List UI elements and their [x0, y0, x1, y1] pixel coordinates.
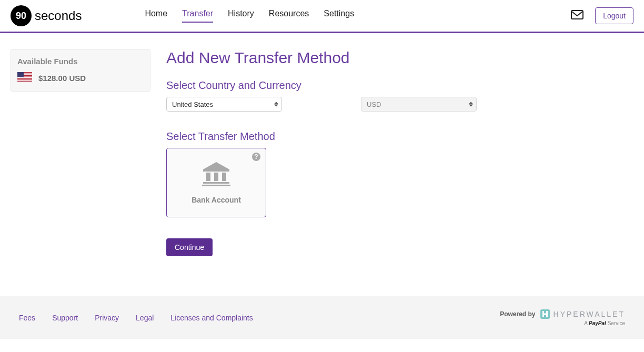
- svg-rect-14: [203, 182, 229, 184]
- bank-icon: [202, 161, 230, 188]
- nav-settings[interactable]: Settings: [324, 9, 354, 23]
- nav-home[interactable]: Home: [145, 9, 167, 23]
- powered-by-row: Powered by HYPERWALLET: [500, 309, 625, 319]
- svg-rect-13: [222, 173, 226, 181]
- section-transfer-method-title: Select Transfer Method: [166, 130, 633, 143]
- header-right: Logout: [571, 7, 633, 24]
- hyperwallet-logo: HYPERWALLET: [540, 309, 625, 319]
- page-body: Available Funds $128.00 USD: [0, 33, 644, 296]
- footer-link-licenses[interactable]: Licenses and Complaints: [170, 314, 253, 322]
- svg-rect-11: [206, 173, 210, 181]
- svg-rect-0: [571, 11, 583, 19]
- section-country-currency-title: Select Country and Currency: [166, 79, 633, 92]
- help-icon[interactable]: ?: [252, 153, 260, 161]
- svg-rect-6: [17, 79, 32, 79]
- country-select-wrap: United States: [166, 97, 282, 112]
- paypal-prefix: A: [584, 320, 589, 326]
- svg-rect-10: [203, 169, 229, 172]
- powered-by-block: Powered by HYPERWALLET A PayPal Service: [500, 309, 625, 326]
- footer-link-legal[interactable]: Legal: [136, 314, 154, 322]
- footer-link-privacy[interactable]: Privacy: [95, 314, 119, 322]
- svg-rect-8: [17, 72, 24, 77]
- paypal-suffix: Service: [606, 320, 625, 326]
- hyperwallet-icon: [540, 309, 550, 319]
- paypal-service-text: A PayPal Service: [584, 320, 625, 326]
- brand-logo[interactable]: 90 seconds: [11, 5, 82, 26]
- us-flag-icon: [17, 72, 32, 84]
- footer-link-support[interactable]: Support: [52, 314, 78, 322]
- transfer-method-label: Bank Account: [192, 196, 241, 204]
- svg-rect-15: [202, 185, 230, 186]
- mail-icon[interactable]: [571, 10, 583, 22]
- svg-rect-7: [17, 80, 32, 81]
- svg-rect-12: [214, 173, 218, 181]
- page-title: Add New Transfer Method: [166, 49, 633, 67]
- available-funds-card: Available Funds $128.00 USD: [11, 49, 150, 92]
- brand-name: seconds: [35, 8, 82, 23]
- hyperwallet-text: HYPERWALLET: [554, 310, 625, 318]
- nav-transfer[interactable]: Transfer: [182, 9, 213, 23]
- transfer-method-bank-account[interactable]: ? Bank Account: [166, 148, 266, 217]
- country-select[interactable]: United States: [166, 97, 282, 112]
- svg-marker-9: [203, 162, 229, 169]
- nav-history[interactable]: History: [228, 9, 254, 23]
- nav-resources[interactable]: Resources: [269, 9, 309, 23]
- sidebar: Available Funds $128.00 USD: [11, 49, 150, 265]
- continue-button[interactable]: Continue: [166, 238, 213, 256]
- svg-rect-5: [17, 77, 32, 78]
- currency-select-wrap: USD: [361, 97, 477, 112]
- brand-mark: 90: [11, 5, 32, 26]
- header: 90 seconds Home Transfer History Resourc…: [0, 0, 644, 33]
- currency-select: USD: [361, 97, 477, 112]
- paypal-brand: PayPal: [589, 320, 606, 326]
- footer: Fees Support Privacy Legal Licenses and …: [0, 296, 644, 339]
- svg-rect-19: [542, 314, 548, 315]
- footer-link-fees[interactable]: Fees: [19, 314, 35, 322]
- footer-links: Fees Support Privacy Legal Licenses and …: [19, 314, 253, 322]
- logout-button[interactable]: Logout: [595, 7, 633, 24]
- available-funds-amount: $128.00 USD: [38, 74, 86, 83]
- available-funds-title: Available Funds: [17, 57, 144, 66]
- powered-by-text: Powered by: [500, 310, 535, 318]
- available-funds-row: $128.00 USD: [17, 72, 144, 84]
- main-content: Add New Transfer Method Select Country a…: [166, 49, 633, 265]
- main-nav: Home Transfer History Resources Settings: [145, 9, 354, 23]
- country-currency-row: United States USD: [166, 97, 633, 112]
